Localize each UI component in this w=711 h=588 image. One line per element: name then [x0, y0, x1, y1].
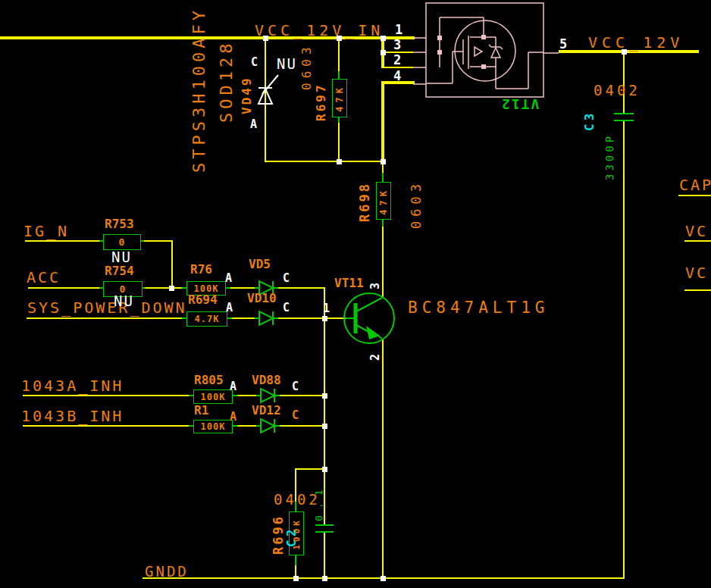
c2-refdes[interactable]: C2 — [286, 515, 298, 547]
vt11-pin-emitter: 2 — [370, 346, 381, 361]
vt12-pin5: 5 — [559, 38, 567, 51]
vd88-anode-label: A — [230, 381, 236, 393]
vd12-refdes[interactable]: VD12 — [252, 405, 281, 417]
vd10-anode-label: A — [226, 302, 233, 314]
r697-refdes[interactable]: R697 — [315, 77, 327, 121]
c2-capacitor-symbol[interactable] — [315, 525, 334, 532]
r754-nu-note: NU — [114, 294, 134, 308]
vt12-refdes[interactable]: VT12 — [500, 97, 539, 111]
junction-dot — [322, 576, 327, 581]
r1-refdes[interactable]: R1 — [194, 405, 208, 417]
r698-package: 0603 — [410, 173, 423, 229]
junction-dot — [169, 286, 174, 291]
vt12-pin3: 3 — [393, 39, 401, 52]
junction-dot — [381, 576, 386, 581]
vd49-diode-symbol[interactable] — [258, 75, 278, 104]
net-label-ig-n[interactable]: IG_N — [23, 224, 69, 239]
net-label-vcc-12v[interactable]: VCC_12V — [588, 35, 684, 50]
vd10-cathode-label: C — [283, 302, 290, 314]
net-label-sys-power-down[interactable]: SYS_POWER_DOWN — [27, 300, 187, 315]
r696-refdes[interactable]: R696 — [272, 509, 285, 555]
vd49-package[interactable]: SOD128 — [218, 38, 235, 123]
c3-refdes[interactable]: C3 — [584, 105, 596, 131]
vt11-transistor-symbol[interactable] — [344, 293, 394, 343]
r1-value: 100K — [201, 421, 226, 432]
vd5-refdes[interactable]: VD5 — [249, 258, 271, 271]
r753-value: 0 — [119, 236, 126, 248]
r694-refdes[interactable]: R694 — [188, 294, 218, 306]
r76-refdes[interactable]: R76 — [190, 264, 212, 276]
net-label-vcc-12v-in[interactable]: VCC_12V_IN — [255, 23, 384, 38]
vd88-diode-symbol[interactable] — [256, 389, 280, 402]
r805-resistor-body[interactable]: 100K — [193, 389, 233, 404]
vt12-pin4: 4 — [393, 70, 401, 83]
vt11-refdes[interactable]: VT11 — [334, 277, 364, 289]
r698-resistor-body[interactable]: 47K — [376, 182, 391, 220]
schematic-canvas: 0 0 100K 4.7K 100K 100K 47K 47K 100K VCC… — [0, 0, 711, 588]
junction-dot — [322, 393, 327, 399]
vd5-anode-label: A — [225, 273, 232, 284]
vd49-nu-note: NU — [277, 57, 297, 71]
vd88-cathode-label: C — [292, 381, 299, 393]
r698-value: 47K — [378, 187, 389, 215]
vd10-refdes[interactable]: VD10 — [247, 292, 277, 305]
junction-dot — [293, 576, 299, 581]
vt12-mosfet-symbol[interactable] — [413, 3, 559, 97]
vt11-pin-base: 1 — [323, 303, 330, 314]
r753-refdes[interactable]: R753 — [105, 218, 134, 230]
r698-refdes[interactable]: R698 — [359, 181, 371, 222]
vt12-pin1: 1 — [395, 23, 402, 36]
vd12-anode-label: A — [230, 411, 236, 423]
vd10-diode-symbol[interactable] — [255, 311, 278, 325]
junction-dot — [322, 316, 327, 321]
junction-dot — [381, 159, 386, 164]
net-label-1043b-inh[interactable]: 1043B_INH — [21, 408, 124, 424]
r697-package: 0603 — [301, 40, 313, 90]
r1-resistor-body[interactable]: 100K — [193, 420, 233, 433]
junction-dot — [322, 467, 327, 472]
c3-value: 3300P — [604, 130, 615, 180]
vd12-diode-symbol[interactable] — [256, 419, 280, 433]
junction-dot — [322, 424, 327, 429]
c3-capacitor-symbol[interactable] — [614, 114, 634, 120]
r697-value: 47K — [334, 84, 345, 112]
r754-refdes[interactable]: R754 — [105, 265, 134, 277]
vt11-pin-collector: 3 — [370, 274, 381, 289]
junction-dot — [337, 159, 342, 164]
net-label-gndd[interactable]: GNDD — [145, 565, 189, 579]
r805-refdes[interactable]: R805 — [194, 374, 224, 386]
r753-nu-note: NU — [111, 250, 132, 264]
vd12-cathode-label: C — [292, 410, 299, 421]
vd49-refdes[interactable]: VD49 — [241, 70, 253, 114]
net-label-vc-cut-2[interactable]: VC — [685, 265, 708, 280]
vt12-pin2: 2 — [393, 54, 401, 67]
vd5-cathode-label: C — [283, 273, 290, 284]
junction-dot — [381, 50, 386, 55]
vd49-cathode-label: C — [251, 57, 258, 68]
net-label-cap-cut[interactable]: CAP — [679, 177, 711, 192]
net-label-acc[interactable]: ACC — [27, 270, 61, 285]
r805-value: 100K — [201, 392, 226, 402]
vd49-anode-label: A — [250, 119, 257, 130]
vd88-refdes[interactable]: VD88 — [252, 374, 281, 386]
net-label-vc-cut-1[interactable]: VC — [685, 224, 708, 239]
c3-package: 0402 — [594, 83, 641, 98]
c2-value: 0.1 — [314, 476, 324, 521]
r694-resistor-body[interactable]: 4.7K — [186, 311, 227, 327]
r694-value: 4.7K — [195, 314, 220, 324]
vd49-part-number[interactable]: STPS3H100AFY — [191, 2, 208, 173]
net-label-1043a-inh[interactable]: 1043A_INH — [21, 378, 124, 393]
r697-resistor-body[interactable]: 47K — [332, 79, 347, 117]
vt11-part-number[interactable]: BC847ALT1G — [408, 300, 549, 316]
r753-resistor-body[interactable]: 0 — [103, 234, 141, 250]
